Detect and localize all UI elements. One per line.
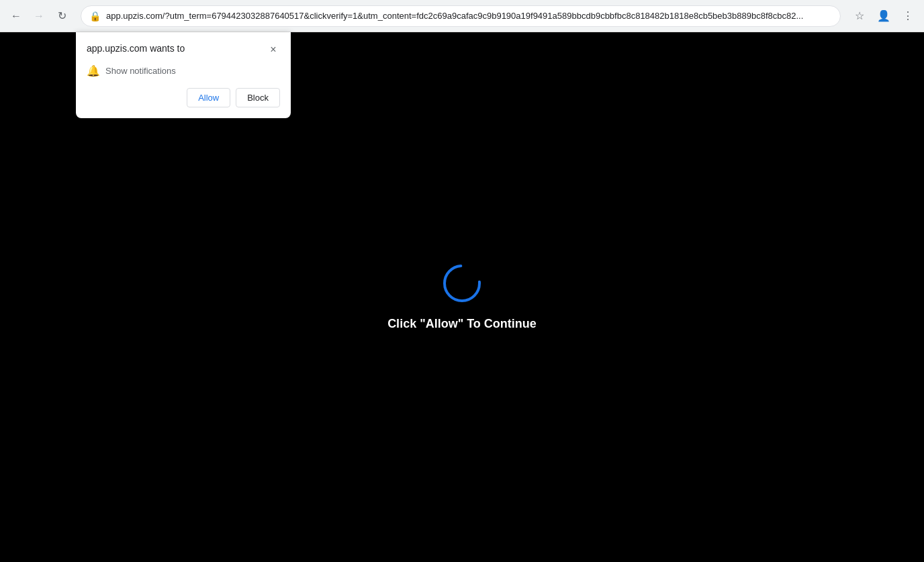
popup-close-button[interactable]: ×	[267, 43, 280, 56]
back-button[interactable]: ←	[5, 5, 27, 27]
browser-frame: ← → ↻ 🔒 app.upzis.com/?utm_term=67944230…	[0, 0, 924, 562]
page-content: app.upzis.com wants to × 🔔 Show notifica…	[0, 32, 924, 562]
menu-button[interactable]: ⋮	[897, 5, 919, 27]
svg-point-0	[445, 266, 479, 301]
popup-buttons: Allow Block	[87, 88, 280, 107]
bookmark-button[interactable]: ☆	[849, 5, 870, 27]
popup-permission: 🔔 Show notifications	[87, 64, 280, 77]
lock-icon: 🔒	[89, 11, 101, 21]
notification-popup: app.upzis.com wants to × 🔔 Show notifica…	[76, 32, 291, 118]
refresh-button[interactable]: ↻	[51, 5, 73, 27]
loading-spinner	[442, 263, 482, 303]
loading-container: Click "Allow" To Continue	[387, 263, 537, 331]
address-bar-container: 🔒 app.upzis.com/?utm_term=67944230328876…	[81, 5, 841, 27]
address-bar[interactable]: 🔒 app.upzis.com/?utm_term=67944230328876…	[81, 5, 841, 27]
url-text: app.upzis.com/?utm_term=6794423032887640…	[106, 11, 832, 21]
forward-button[interactable]: →	[28, 5, 50, 27]
block-button[interactable]: Block	[236, 88, 280, 107]
toolbar-icons: ☆ 👤 ⋮	[849, 5, 919, 27]
chrome-topbar: ← → ↻ 🔒 app.upzis.com/?utm_term=67944230…	[0, 0, 924, 32]
nav-buttons: ← → ↻	[5, 5, 73, 27]
popup-header: app.upzis.com wants to ×	[87, 43, 280, 56]
popup-title: app.upzis.com wants to	[87, 43, 185, 54]
permission-text: Show notifications	[105, 66, 176, 76]
account-button[interactable]: 👤	[873, 5, 894, 27]
allow-button[interactable]: Allow	[187, 88, 230, 107]
bell-icon: 🔔	[87, 64, 100, 77]
continue-text: Click "Allow" To Continue	[387, 317, 537, 331]
